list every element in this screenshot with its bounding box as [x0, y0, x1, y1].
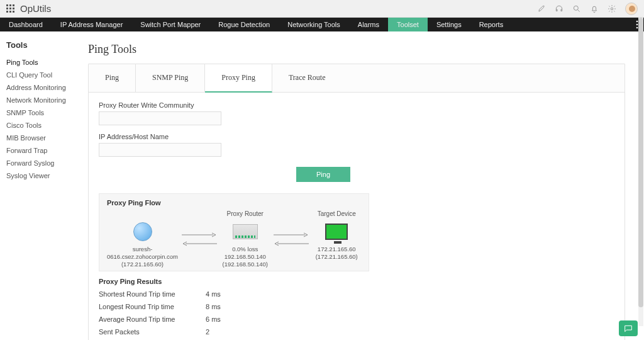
nav-item-networking-tools[interactable]: Networking Tools — [279, 18, 349, 31]
apps-icon[interactable] — [6, 4, 15, 13]
tab-proxy-ping[interactable]: Proxy Ping — [205, 64, 272, 93]
scroll-thumb[interactable] — [638, 18, 643, 307]
bell-icon[interactable] — [590, 4, 599, 13]
sidebar-title: Tools — [6, 40, 75, 50]
tab-snmp-ping[interactable]: SNMP Ping — [136, 64, 205, 92]
flow-panel: Proxy Ping Flow suresh-0616.csez.zohocor… — [99, 193, 369, 271]
result-row: Received Packets2 — [99, 338, 614, 340]
result-value: 2 — [206, 328, 209, 336]
nav-item-ip-address-manager[interactable]: IP Address Manager — [52, 18, 131, 31]
flow-target: Target Device 172.21.165.60 (172.21.165.… — [313, 210, 362, 268]
result-value: 4 ms — [206, 290, 221, 298]
button-row: Ping — [89, 167, 625, 182]
arrows-right — [270, 210, 313, 268]
sidebar-item-cisco-tools[interactable]: Cisco Tools — [6, 119, 75, 132]
community-label: Proxy Router Write Community — [99, 101, 221, 109]
target-title: Target Device — [318, 210, 356, 218]
tab-trace-route[interactable]: Trace Route — [272, 64, 342, 92]
flow-title: Proxy Ping Flow — [107, 199, 361, 207]
scrollbar[interactable] — [638, 18, 643, 326]
top-bar: OpUtils — [0, 0, 644, 18]
chat-fab[interactable] — [619, 320, 638, 336]
nav-item-toolset[interactable]: Toolset — [388, 18, 428, 31]
avatar[interactable] — [625, 3, 638, 15]
result-row: Sent Packets2 — [99, 326, 614, 338]
svg-point-2 — [636, 21, 638, 23]
tab-ping[interactable]: Ping — [89, 64, 136, 92]
svg-point-0 — [574, 6, 578, 10]
source-ip: (172.21.165.60) — [121, 261, 164, 268]
result-label: Shortest Round Trip time — [99, 290, 206, 298]
flow-source: suresh-0616.csez.zohocorpin.com (172.21.… — [107, 210, 178, 268]
host-label: IP Address/Host Name — [99, 133, 221, 140]
sidebar-item-address-monitoring[interactable]: Address Monitoring — [6, 81, 75, 94]
svg-point-4 — [636, 27, 638, 29]
nav-item-rogue-detection[interactable]: Rogue Detection — [209, 18, 279, 31]
sidebar-item-ping-tools[interactable]: Ping Tools — [6, 56, 75, 69]
host-input[interactable] — [99, 143, 221, 157]
rocket-icon[interactable] — [537, 4, 546, 13]
nav-item-reports[interactable]: Reports — [470, 18, 513, 31]
sidebar-item-cli-query-tool[interactable]: CLI Query Tool — [6, 69, 75, 81]
sidebar: Tools Ping ToolsCLI Query ToolAddress Mo… — [0, 31, 82, 340]
page-title: Ping Tools — [88, 43, 625, 56]
arrows-left — [178, 210, 221, 268]
router-title: Proxy Router — [227, 210, 264, 218]
gear-icon[interactable] — [608, 4, 616, 13]
search-icon[interactable] — [572, 4, 581, 13]
globe-icon — [133, 222, 152, 241]
sidebar-item-mib-browser[interactable]: MIB Browser — [6, 132, 75, 144]
result-row: Longest Round Trip time8 ms — [99, 300, 614, 313]
result-value: 6 ms — [206, 315, 221, 323]
result-label: Longest Round Trip time — [99, 303, 206, 310]
topbar-actions — [537, 3, 638, 15]
result-label: Sent Packets — [99, 328, 206, 336]
nav-item-dashboard[interactable]: Dashboard — [0, 18, 52, 31]
source-host: suresh-0616.csez.zohocorpin.com — [107, 246, 178, 260]
nav-item-switch-port-mapper[interactable]: Switch Port Mapper — [131, 18, 209, 31]
community-input[interactable] — [99, 111, 221, 125]
brand-title: OpUtils — [20, 3, 51, 14]
nav-item-settings[interactable]: Settings — [428, 18, 470, 31]
sidebar-item-network-monitoring[interactable]: Network Monitoring — [6, 94, 75, 106]
field-community: Proxy Router Write Community — [99, 101, 221, 125]
nav-item-alarms[interactable]: Alarms — [349, 18, 388, 31]
ping-card: PingSNMP PingProxy PingTrace Route Proxy… — [88, 64, 625, 340]
main-nav: DashboardIP Address ManagerSwitch Port M… — [0, 18, 644, 31]
result-value: 8 ms — [206, 303, 221, 310]
sidebar-item-forward-trap[interactable]: Forward Trap — [6, 144, 75, 157]
router-icon — [233, 224, 258, 239]
router-caption: 0.0% loss 192.168.50.140 (192.168.50.140… — [221, 246, 270, 268]
tab-bar: PingSNMP PingProxy PingTrace Route — [89, 64, 625, 93]
field-host: IP Address/Host Name — [99, 133, 221, 157]
target-ip2: (172.21.165.60) — [316, 253, 358, 260]
proxy-ping-form: Proxy Router Write Community IP Address/… — [89, 93, 625, 157]
sidebar-item-forward-syslog[interactable]: Forward Syslog — [6, 157, 75, 169]
sidebar-item-syslog-viewer[interactable]: Syslog Viewer — [6, 169, 75, 182]
result-row: Average Round Trip time6 ms — [99, 313, 614, 326]
results-title: Proxy Ping Results — [99, 278, 625, 285]
flow-router: Proxy Router 0.0% loss 192.168.50.140 (1… — [221, 210, 270, 268]
flow-row: suresh-0616.csez.zohocorpin.com (172.21.… — [107, 210, 361, 268]
svg-point-3 — [636, 24, 638, 26]
result-row: Shortest Round Trip time4 ms — [99, 288, 614, 300]
ping-button[interactable]: Ping — [296, 167, 350, 182]
main-content: Ping Tools PingSNMP PingProxy PingTrace … — [82, 31, 644, 340]
target-ip: 172.21.165.60 — [318, 246, 356, 252]
results-table: Shortest Round Trip time4 msLongest Roun… — [89, 286, 625, 340]
sidebar-item-snmp-tools[interactable]: SNMP Tools — [6, 106, 75, 119]
monitor-icon — [325, 224, 348, 240]
result-label: Average Round Trip time — [99, 315, 206, 323]
svg-point-1 — [611, 8, 613, 10]
headset-icon[interactable] — [555, 4, 564, 13]
